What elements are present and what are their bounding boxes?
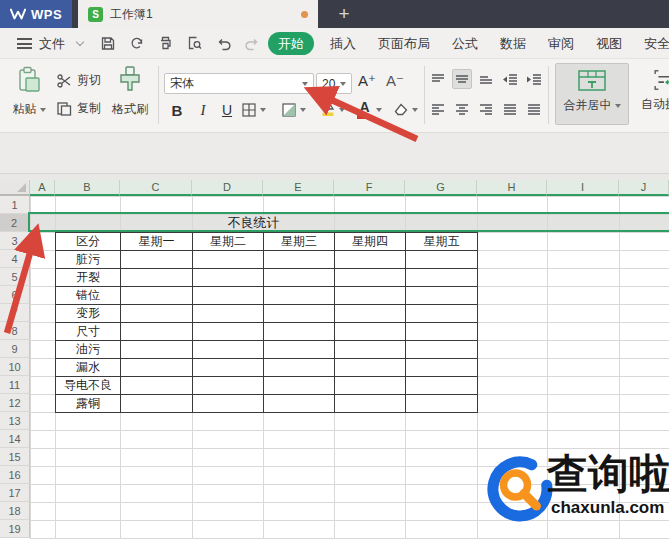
select-all-corner[interactable]: [0, 180, 30, 196]
row-header-4[interactable]: 4: [0, 250, 30, 268]
row-header-10[interactable]: 10: [0, 358, 30, 376]
merge-center-button[interactable]: 合并居中: [555, 63, 629, 125]
row-header-7[interactable]: 7: [0, 304, 30, 322]
format-painter-button[interactable]: 格式刷: [104, 101, 156, 118]
bold-button[interactable]: B: [166, 100, 188, 120]
row-header-9[interactable]: 9: [0, 340, 30, 358]
table-label-cell[interactable]: 油污: [56, 341, 121, 359]
table-empty-cell[interactable]: [121, 341, 193, 359]
ribbon-tab-安全[interactable]: 安全: [644, 35, 669, 53]
row-header-19[interactable]: 19: [0, 520, 30, 538]
table-empty-cell[interactable]: [264, 323, 335, 341]
align-distribute-icon[interactable]: [524, 99, 544, 119]
table-empty-cell[interactable]: [121, 269, 193, 287]
table-empty-cell[interactable]: [264, 377, 335, 395]
caret-icon[interactable]: [260, 108, 266, 112]
table-header-cell[interactable]: 星期三: [264, 233, 335, 251]
row-header-14[interactable]: 14: [0, 430, 30, 448]
column-header-J[interactable]: J: [619, 180, 669, 196]
preview-icon[interactable]: [185, 34, 203, 52]
font-color-button[interactable]: A: [357, 99, 372, 119]
ribbon-tab-插入[interactable]: 插入: [330, 35, 356, 53]
table-empty-cell[interactable]: [335, 359, 406, 377]
table-empty-cell[interactable]: [193, 341, 264, 359]
shrink-font-button[interactable]: A⁻: [384, 71, 406, 91]
table-empty-cell[interactable]: [406, 323, 478, 341]
row-header-1[interactable]: 1: [0, 196, 30, 214]
cut-button[interactable]: 剪切: [56, 72, 101, 89]
column-header-G[interactable]: G: [405, 180, 477, 196]
table-empty-cell[interactable]: [121, 287, 193, 305]
fill-color-button[interactable]: [320, 100, 336, 122]
wps-menu-button[interactable]: WPS: [0, 0, 72, 28]
align-top-icon[interactable]: [428, 69, 448, 89]
table-empty-cell[interactable]: [193, 323, 264, 341]
table-empty-cell[interactable]: [264, 251, 335, 269]
table-empty-cell[interactable]: [335, 341, 406, 359]
caret-icon[interactable]: [376, 108, 382, 112]
table-empty-cell[interactable]: [121, 305, 193, 323]
document-tab[interactable]: S 工作簿1: [78, 0, 318, 28]
table-label-cell[interactable]: 错位: [56, 287, 121, 305]
table-empty-cell[interactable]: [335, 251, 406, 269]
align-left-icon[interactable]: [428, 99, 448, 119]
clear-format-button[interactable]: [393, 102, 409, 122]
copy-button[interactable]: 复制: [56, 100, 101, 117]
new-tab-button[interactable]: +: [332, 2, 356, 26]
column-header-A[interactable]: A: [30, 180, 55, 196]
underline-button[interactable]: U: [216, 100, 238, 120]
table-empty-cell[interactable]: [264, 287, 335, 305]
table-empty-cell[interactable]: [335, 305, 406, 323]
grow-font-button[interactable]: A⁺: [356, 71, 378, 91]
table-label-cell[interactable]: 脏污: [56, 251, 121, 269]
row-header-6[interactable]: 6: [0, 286, 30, 304]
table-empty-cell[interactable]: [406, 395, 478, 413]
table-empty-cell[interactable]: [264, 359, 335, 377]
table-empty-cell[interactable]: [193, 377, 264, 395]
column-header-I[interactable]: I: [547, 180, 619, 196]
font-name-select[interactable]: 宋体: [164, 73, 314, 94]
table-header-cell[interactable]: 星期五: [406, 233, 478, 251]
row-header-5[interactable]: 5: [0, 268, 30, 286]
font-size-select[interactable]: 20: [316, 73, 352, 94]
table-empty-cell[interactable]: [335, 323, 406, 341]
align-middle-icon[interactable]: [452, 69, 472, 89]
caret-icon[interactable]: [412, 108, 418, 112]
column-header-F[interactable]: F: [334, 180, 405, 196]
row-header-13[interactable]: 13: [0, 412, 30, 430]
table-empty-cell[interactable]: [406, 359, 478, 377]
row-header-2[interactable]: 2: [0, 214, 30, 232]
table-empty-cell[interactable]: [335, 287, 406, 305]
ribbon-tab-页面布局[interactable]: 页面布局: [378, 35, 430, 53]
table-empty-cell[interactable]: [193, 305, 264, 323]
column-header-D[interactable]: D: [192, 180, 263, 196]
table-empty-cell[interactable]: [264, 341, 335, 359]
table-empty-cell[interactable]: [406, 287, 478, 305]
undo-icon[interactable]: [214, 34, 232, 52]
table-empty-cell[interactable]: [193, 269, 264, 287]
table-empty-cell[interactable]: [406, 341, 478, 359]
shading-button[interactable]: [281, 102, 297, 122]
table-header-cell[interactable]: 区分: [56, 233, 121, 251]
table-empty-cell[interactable]: [264, 305, 335, 323]
table-empty-cell[interactable]: [121, 323, 193, 341]
ribbon-tab-审阅[interactable]: 审阅: [548, 35, 574, 53]
table-empty-cell[interactable]: [335, 395, 406, 413]
row-header-3[interactable]: 3: [0, 232, 30, 250]
table-empty-cell[interactable]: [193, 395, 264, 413]
table-header-cell[interactable]: 星期二: [193, 233, 264, 251]
column-header-B[interactable]: B: [55, 180, 120, 196]
file-menu[interactable]: 文件: [17, 28, 83, 59]
align-justify-icon[interactable]: [500, 99, 520, 119]
ribbon-tab-公式[interactable]: 公式: [452, 35, 478, 53]
table-empty-cell[interactable]: [121, 359, 193, 377]
wrap-text-button[interactable]: 自动换行: [630, 63, 669, 125]
indent-decrease-icon[interactable]: [500, 69, 520, 89]
table-empty-cell[interactable]: [264, 395, 335, 413]
table-empty-cell[interactable]: [264, 269, 335, 287]
table-empty-cell[interactable]: [406, 251, 478, 269]
row-header-8[interactable]: 8: [0, 322, 30, 340]
table-empty-cell[interactable]: [406, 269, 478, 287]
table-empty-cell[interactable]: [406, 377, 478, 395]
row-header-12[interactable]: 12: [0, 394, 30, 412]
